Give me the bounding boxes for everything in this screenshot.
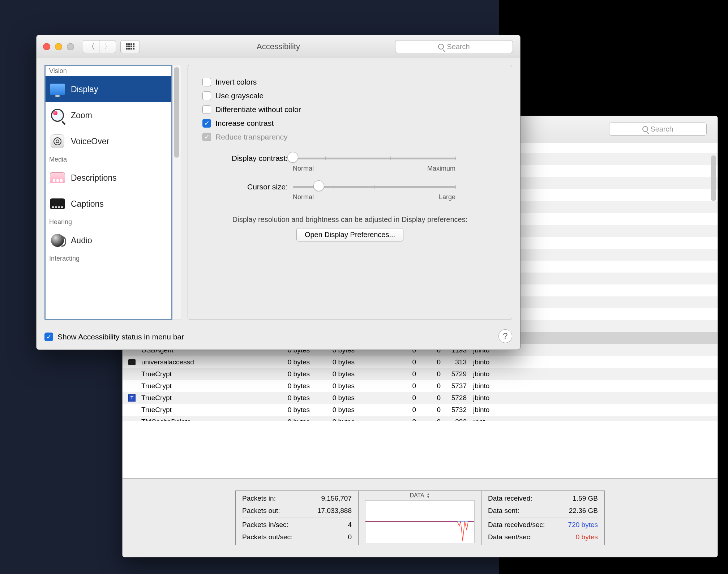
checkbox-icon — [202, 91, 211, 100]
audio-icon — [49, 233, 66, 248]
descriptions-icon — [49, 171, 66, 185]
sidebar-item-audio[interactable]: Audio — [46, 227, 171, 253]
am-scrollbar-thumb[interactable] — [711, 155, 716, 201]
am-footer: Packets in:9,156,707 Packets out:17,033,… — [123, 478, 718, 557]
display-settings-pane: Invert colors Use grayscale Differentiat… — [188, 65, 512, 320]
sidebar-section-interacting: Interacting — [46, 253, 171, 264]
sidebar-item-descriptions[interactable]: Descriptions — [46, 165, 171, 191]
minimize-button[interactable] — [55, 43, 62, 50]
sidebar-item-label: Descriptions — [71, 173, 117, 183]
stepper-icon: ▲▼ — [427, 493, 430, 498]
display-contrast-label: Display contrast: — [202, 154, 293, 163]
process-name: TrueCrypt — [141, 406, 274, 414]
checkbox-icon — [202, 78, 211, 86]
table-row[interactable]: TMCacheDelete0 bytes0 bytes00382root — [123, 416, 718, 421]
checkbox-icon: ✓ — [202, 133, 211, 141]
category-sidebar[interactable]: VisionDisplayZoomVoiceOverMediaDescripti… — [44, 65, 172, 320]
sidebar-item-captions[interactable]: Captions — [46, 191, 171, 217]
grid-icon — [126, 43, 134, 50]
pref-search-field[interactable]: Search — [395, 40, 513, 53]
invert-colors-checkbox[interactable]: Invert colors — [202, 75, 497, 89]
increase-contrast-checkbox[interactable]: ✓ Increase contrast — [202, 116, 497, 130]
table-row[interactable]: universalaccessd0 bytes0 bytes00313jbint… — [123, 356, 718, 368]
sidebar-item-label: Audio — [71, 236, 92, 245]
table-row[interactable]: TrueCrypt0 bytes0 bytes005729jbinto — [123, 368, 718, 380]
process-name: TrueCrypt — [141, 370, 274, 378]
truecrypt-icon: T — [128, 394, 136, 402]
open-display-preferences-button[interactable]: Open Display Preferences... — [296, 228, 403, 241]
display-contrast-slider[interactable] — [293, 155, 455, 162]
help-icon: ? — [503, 331, 508, 341]
am-search-placeholder: Search — [650, 125, 673, 133]
slider-knob[interactable] — [313, 180, 324, 191]
sidebar-item-label: VoiceOver — [71, 137, 109, 146]
forward-button[interactable]: 〉 — [99, 40, 116, 53]
zoom-button[interactable] — [67, 43, 74, 50]
sidebar-item-zoom[interactable]: Zoom — [46, 102, 171, 128]
zoom-icon — [49, 108, 66, 123]
slider-knob[interactable] — [287, 152, 298, 163]
table-row[interactable]: TTrueCrypt0 bytes0 bytes005728jbinto — [123, 392, 718, 404]
voiceover-icon — [49, 134, 66, 149]
process-name: TrueCrypt — [141, 382, 274, 390]
differentiate-without-color-checkbox[interactable]: Differentiate without color — [202, 103, 497, 116]
cursor-size-slider[interactable] — [293, 183, 455, 190]
search-icon — [642, 126, 648, 132]
am-packets-pane: Packets in:9,156,707 Packets out:17,033,… — [236, 491, 359, 545]
checkbox-icon: ✓ — [44, 333, 53, 341]
sidebar-item-display[interactable]: Display — [46, 76, 171, 102]
sidebar-section-hearing: Hearing — [46, 217, 171, 227]
process-name: universalaccessd — [141, 358, 274, 366]
reduce-transparency-checkbox: ✓ Reduce transparency — [202, 130, 497, 144]
sidebar-section-media: Media — [46, 154, 171, 165]
back-button[interactable]: 〈 — [83, 40, 99, 53]
help-button[interactable]: ? — [498, 329, 512, 343]
search-icon — [438, 44, 444, 50]
sidebar-section-vision: Vision — [46, 66, 171, 76]
chevron-right-icon: 〉 — [104, 41, 112, 52]
use-grayscale-checkbox[interactable]: Use grayscale — [202, 89, 497, 103]
captions-icon — [49, 197, 66, 211]
display-icon — [49, 82, 66, 97]
process-name: TMCacheDelete — [141, 418, 274, 421]
show-status-menubar-checkbox[interactable]: ✓ Show Accessibility status in menu bar — [44, 330, 184, 344]
sidebar-item-label: Zoom — [71, 111, 92, 120]
am-network-chart — [365, 500, 475, 543]
accessibility-window: 〈 〉 Accessibility Search VisionDisplayZo… — [36, 35, 521, 350]
close-button[interactable] — [43, 43, 50, 50]
am-chart-pane: DATA ▲▼ — [359, 491, 481, 545]
checkbox-icon: ✓ — [202, 119, 211, 128]
sidebar-scrollbar[interactable] — [172, 65, 181, 320]
chevron-left-icon: 〈 — [87, 41, 95, 52]
show-all-button[interactable] — [120, 40, 140, 53]
terminal-icon — [128, 359, 136, 365]
checkbox-icon — [202, 105, 211, 114]
sidebar-item-label: Captions — [71, 199, 104, 209]
table-row[interactable]: TrueCrypt0 bytes0 bytes005737jbinto — [123, 380, 718, 392]
am-search-field[interactable]: Search — [609, 123, 707, 136]
am-data-pane: Data received:1.59 GB Data sent:22.36 GB… — [481, 491, 604, 545]
sidebar-scrollbar-thumb[interactable] — [174, 67, 179, 158]
sidebar-item-label: Display — [71, 85, 98, 94]
cursor-size-label: Cursor size: — [202, 183, 293, 191]
process-name: TrueCrypt — [141, 394, 274, 402]
am-chart-mode-selector[interactable]: DATA ▲▼ — [410, 492, 430, 499]
pref-search-placeholder: Search — [447, 43, 470, 51]
table-row[interactable]: TrueCrypt0 bytes0 bytes005732jbinto — [123, 404, 718, 416]
sidebar-item-voiceover[interactable]: VoiceOver — [46, 128, 171, 154]
titlebar[interactable]: 〈 〉 Accessibility Search — [37, 35, 520, 58]
display-hint-text: Display resolution and brightness can be… — [202, 215, 497, 224]
